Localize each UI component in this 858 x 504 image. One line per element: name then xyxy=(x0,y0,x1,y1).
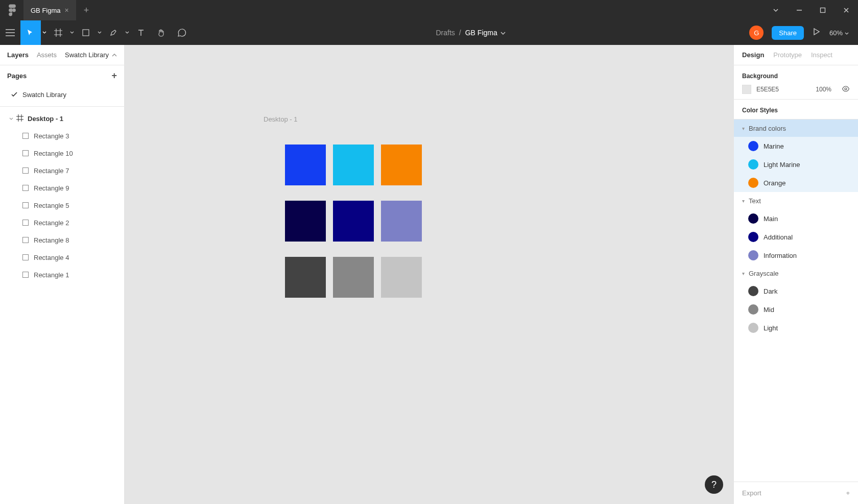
color-swatch[interactable] xyxy=(333,145,374,185)
color-style-item[interactable]: Orange xyxy=(734,174,858,192)
prototype-tab[interactable]: Prototype xyxy=(773,51,802,59)
comment-tool-icon[interactable] xyxy=(172,20,192,45)
color-style-item[interactable]: Light xyxy=(734,319,858,337)
hand-tool-icon[interactable] xyxy=(151,20,172,45)
file-tab-label: GB Figma xyxy=(31,7,61,14)
window-close-icon[interactable] xyxy=(835,0,858,20)
color-dot xyxy=(748,323,758,333)
file-menu-chevron-icon[interactable] xyxy=(500,29,506,37)
layer-name: Rectangle 10 xyxy=(34,150,73,157)
canvas-frame-label[interactable]: Desktop - 1 xyxy=(264,115,297,123)
hamburger-menu-icon[interactable] xyxy=(0,20,20,45)
layer-name: Rectangle 1 xyxy=(34,271,69,279)
color-style-name: Orange xyxy=(764,179,785,187)
layer-item[interactable]: Rectangle 1 xyxy=(0,266,124,283)
layer-item[interactable]: Rectangle 7 xyxy=(0,162,124,179)
page-item[interactable]: Swatch Library xyxy=(0,86,124,103)
visibility-toggle-icon[interactable] xyxy=(842,86,850,93)
right-panel: Design Prototype Inspect Background E5E5… xyxy=(733,45,858,504)
pen-tool-dropdown[interactable] xyxy=(124,31,131,34)
help-button[interactable]: ? xyxy=(705,475,723,494)
color-style-item[interactable]: Mid xyxy=(734,300,858,319)
assets-tab[interactable]: Assets xyxy=(37,51,57,59)
shape-tool-icon[interactable] xyxy=(76,20,96,45)
zoom-control[interactable]: 60% xyxy=(829,29,849,37)
pages-header: Pages xyxy=(7,72,27,80)
color-group-header[interactable]: ▾Grayscale xyxy=(734,265,858,282)
layer-item[interactable]: Rectangle 9 xyxy=(0,179,124,197)
frame-layer[interactable]: Desktop - 1 xyxy=(0,110,124,127)
check-icon xyxy=(11,91,17,99)
color-swatch[interactable] xyxy=(285,201,326,242)
breadcrumb-root[interactable]: Drafts xyxy=(436,29,455,37)
layer-item[interactable]: Rectangle 2 xyxy=(0,214,124,231)
color-style-name: Main xyxy=(764,215,778,223)
design-tab[interactable]: Design xyxy=(742,51,764,59)
color-swatch[interactable] xyxy=(285,145,326,185)
frame-tool-icon[interactable] xyxy=(48,20,68,45)
background-color-chip[interactable] xyxy=(742,85,751,94)
color-swatch[interactable] xyxy=(381,257,422,298)
layer-item[interactable]: Rectangle 4 xyxy=(0,249,124,266)
pen-tool-icon[interactable] xyxy=(103,20,124,45)
layer-item[interactable]: Rectangle 3 xyxy=(0,127,124,145)
color-style-name: Additional xyxy=(764,233,793,241)
layer-item[interactable]: Rectangle 5 xyxy=(0,197,124,214)
color-group-header[interactable]: ▾Text xyxy=(734,192,858,209)
collapse-chevron-icon[interactable] xyxy=(9,115,14,123)
color-swatch[interactable] xyxy=(333,257,374,298)
breadcrumb-file[interactable]: GB Figma xyxy=(465,29,497,37)
color-swatch[interactable] xyxy=(381,145,422,185)
color-group-name: Brand colors xyxy=(749,125,786,132)
layer-item[interactable]: Rectangle 8 xyxy=(0,231,124,249)
rectangle-icon xyxy=(22,272,29,278)
left-panel: Layers Assets Swatch Library Pages + Swa… xyxy=(0,45,125,504)
color-swatch[interactable] xyxy=(381,201,422,242)
layer-name: Rectangle 2 xyxy=(34,219,69,227)
window-minimize-icon[interactable] xyxy=(788,0,811,20)
color-style-name: Mid xyxy=(764,306,774,314)
svg-point-3 xyxy=(845,88,847,90)
inspect-tab[interactable]: Inspect xyxy=(811,51,832,59)
color-swatch[interactable] xyxy=(285,257,326,298)
add-page-button[interactable]: + xyxy=(111,70,117,81)
avatar-letter: G xyxy=(754,29,759,37)
move-tool-dropdown[interactable] xyxy=(41,31,48,34)
background-opacity[interactable]: 100% xyxy=(816,86,831,93)
color-style-item[interactable]: Light Marine xyxy=(734,155,858,174)
color-dot xyxy=(748,250,758,260)
color-group-header[interactable]: ▾Brand colors xyxy=(734,119,858,137)
background-hex[interactable]: E5E5E5 xyxy=(756,86,779,93)
color-style-item[interactable]: Additional xyxy=(734,228,858,246)
frame-tool-dropdown[interactable] xyxy=(68,31,76,34)
canvas[interactable]: Desktop - 1 ? xyxy=(125,45,733,504)
color-style-name: Dark xyxy=(764,287,777,295)
window-maximize-icon[interactable] xyxy=(811,0,835,20)
text-tool-icon[interactable] xyxy=(131,20,151,45)
move-tool-icon[interactable] xyxy=(20,20,41,45)
layer-name: Rectangle 9 xyxy=(34,184,69,192)
color-style-item[interactable]: Main xyxy=(734,209,858,228)
new-tab-button[interactable]: + xyxy=(77,5,97,16)
file-tab[interactable]: GB Figma × xyxy=(23,0,77,20)
layers-tab[interactable]: Layers xyxy=(7,51,29,59)
color-style-item[interactable]: Dark xyxy=(734,282,858,300)
layer-name: Rectangle 3 xyxy=(34,132,69,140)
page-selector[interactable]: Swatch Library xyxy=(65,51,117,59)
layer-name: Rectangle 4 xyxy=(34,254,69,261)
share-button[interactable]: Share xyxy=(772,26,804,40)
color-style-item[interactable]: Marine xyxy=(734,137,858,155)
layer-item[interactable]: Rectangle 10 xyxy=(0,145,124,162)
color-swatch[interactable] xyxy=(333,201,374,242)
add-export-button[interactable]: + xyxy=(846,489,850,497)
swatch-grid xyxy=(285,145,422,298)
color-style-item[interactable]: Information xyxy=(734,246,858,265)
svg-rect-1 xyxy=(821,8,825,13)
present-icon[interactable] xyxy=(813,28,820,38)
zoom-value: 60% xyxy=(829,29,843,37)
rectangle-icon xyxy=(22,133,29,139)
close-tab-icon[interactable]: × xyxy=(65,6,69,14)
window-chevron-icon[interactable] xyxy=(764,0,788,20)
shape-tool-dropdown[interactable] xyxy=(96,31,103,34)
user-avatar[interactable]: G xyxy=(749,26,764,40)
